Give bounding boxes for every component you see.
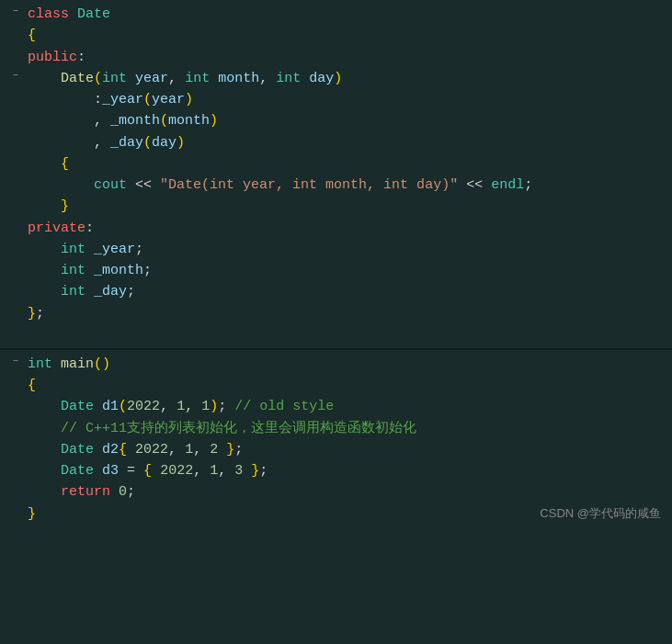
line-8: { [0, 153, 672, 175]
line-17: { [0, 375, 672, 396]
code-7: , _day(day) [28, 132, 665, 153]
code-10: } [28, 196, 665, 217]
line-13: int _month; [0, 260, 672, 281]
line-1: − class Date [0, 4, 672, 25]
line-12: int _year; [0, 239, 672, 260]
code-22: return 0; [28, 481, 665, 503]
collapse-4[interactable]: − [13, 68, 19, 84]
code-11: private: [28, 218, 665, 239]
line-18: Date d1(2022, 1, 1); // old style [0, 396, 672, 417]
gutter-16: − [7, 354, 24, 369]
code-9: cout << "Date(int year, int month, int d… [28, 175, 665, 196]
line-16: − int main() [0, 354, 672, 375]
line-20: Date d2{ 2022, 1, 2 }; [0, 439, 672, 460]
code-21: Date d3 = { 2022, 1, 3 }; [28, 460, 665, 481]
line-19: // C++11支持的列表初始化，这里会调用构造函数初始化 [0, 418, 672, 439]
line-6: , _month(month) [0, 110, 672, 131]
line-10: } [0, 196, 672, 217]
line-11: private: [0, 218, 672, 239]
code-1: class Date [28, 4, 665, 25]
line-21: Date d3 = { 2022, 1, 3 }; [0, 460, 672, 481]
code-16: int main() [28, 354, 665, 375]
gutter-4: − [7, 68, 24, 84]
section-divider [0, 348, 672, 350]
line-blank [0, 324, 672, 345]
code-5: :_year(year) [28, 89, 665, 110]
line-5: :_year(year) [0, 89, 672, 110]
code-13: int _month; [28, 260, 665, 281]
line-4: − Date(int year, int month, int day) [0, 68, 672, 89]
line-9: cout << "Date(int year, int month, int d… [0, 175, 672, 196]
code-8: { [28, 153, 665, 175]
code-19: // C++11支持的列表初始化，这里会调用构造函数初始化 [28, 418, 665, 439]
code-20: Date d2{ 2022, 1, 2 }; [28, 439, 665, 460]
code-17: { [28, 375, 665, 396]
collapse-16[interactable]: − [13, 354, 19, 369]
code-4: Date(int year, int month, int day) [28, 68, 665, 89]
code-6: , _month(month) [28, 110, 665, 131]
code-editor: − class Date { public: − Date(int year, … [0, 0, 672, 528]
line-14: int _day; [0, 281, 672, 302]
line-7: , _day(day) [0, 132, 672, 153]
line-3: public: [0, 47, 672, 68]
code-12: int _year; [28, 239, 665, 260]
collapse-1[interactable]: − [13, 4, 19, 19]
line-15: }; [0, 303, 672, 324]
gutter-1: − [7, 4, 24, 19]
watermark: CSDN @学代码的咸鱼 [540, 504, 661, 523]
code-15: }; [28, 303, 665, 324]
line-22: return 0; [0, 481, 672, 503]
code-3: public: [28, 47, 665, 68]
code-18: Date d1(2022, 1, 1); // old style [28, 396, 665, 417]
code-2: { [28, 25, 665, 46]
line-2: { [0, 25, 672, 46]
code-14: int _day; [28, 281, 665, 302]
